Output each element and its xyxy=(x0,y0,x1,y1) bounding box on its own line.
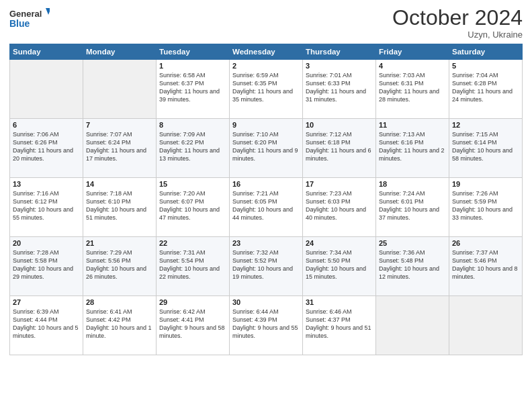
day-number: 7 xyxy=(86,121,153,129)
day-number: 22 xyxy=(159,239,226,247)
day-number: 1 xyxy=(159,62,226,70)
calendar-cell: 27Sunrise: 6:39 AMSunset: 4:44 PMDayligh… xyxy=(10,296,83,355)
day-number: 12 xyxy=(452,121,519,129)
calendar-cell: 16Sunrise: 7:21 AMSunset: 6:05 PMDayligh… xyxy=(230,178,303,237)
calendar-cell xyxy=(10,60,83,119)
calendar-cell: 19Sunrise: 7:26 AMSunset: 5:59 PMDayligh… xyxy=(449,178,523,237)
day-number: 30 xyxy=(232,298,300,306)
day-info: Sunrise: 6:46 AMSunset: 4:37 PMDaylight:… xyxy=(306,308,373,340)
day-info: Sunrise: 7:06 AMSunset: 6:26 PMDaylight:… xyxy=(13,130,80,163)
day-info: Sunrise: 6:59 AMSunset: 6:35 PMDaylight:… xyxy=(232,71,300,104)
calendar-cell: 22Sunrise: 7:31 AMSunset: 5:54 PMDayligh… xyxy=(157,237,230,296)
svg-text:General: General xyxy=(9,9,42,19)
day-number: 24 xyxy=(306,239,373,247)
calendar-cell: 15Sunrise: 7:20 AMSunset: 6:07 PMDayligh… xyxy=(157,178,230,237)
calendar-cell: 13Sunrise: 7:16 AMSunset: 6:12 PMDayligh… xyxy=(10,178,83,237)
day-number: 14 xyxy=(86,180,153,188)
day-info: Sunrise: 7:24 AMSunset: 6:01 PMDaylight:… xyxy=(379,189,446,222)
day-info: Sunrise: 7:10 AMSunset: 6:20 PMDaylight:… xyxy=(232,130,300,163)
calendar-cell: 9Sunrise: 7:10 AMSunset: 6:20 PMDaylight… xyxy=(230,119,303,178)
title-area: October 2024 Uzyn, Ukraine xyxy=(392,7,523,40)
calendar-cell: 7Sunrise: 7:07 AMSunset: 6:24 PMDaylight… xyxy=(83,119,157,178)
col-friday: Friday xyxy=(376,44,449,60)
day-info: Sunrise: 7:26 AMSunset: 5:59 PMDaylight:… xyxy=(452,189,519,222)
day-number: 18 xyxy=(379,180,446,188)
header: General Blue October 2024 Uzyn, Ukraine xyxy=(9,7,523,40)
day-number: 6 xyxy=(13,121,80,129)
calendar-cell: 2Sunrise: 6:59 AMSunset: 6:35 PMDaylight… xyxy=(230,60,303,119)
calendar-week-2: 6Sunrise: 7:06 AMSunset: 6:26 PMDaylight… xyxy=(10,119,523,178)
calendar-cell: 20Sunrise: 7:28 AMSunset: 5:58 PMDayligh… xyxy=(10,237,83,296)
day-info: Sunrise: 7:31 AMSunset: 5:54 PMDaylight:… xyxy=(159,248,226,281)
calendar-cell: 28Sunrise: 6:41 AMSunset: 4:42 PMDayligh… xyxy=(83,296,157,355)
day-info: Sunrise: 7:13 AMSunset: 6:16 PMDaylight:… xyxy=(379,130,446,163)
calendar-cell: 3Sunrise: 7:01 AMSunset: 6:33 PMDaylight… xyxy=(303,60,376,119)
page: General Blue October 2024 Uzyn, Ukraine … xyxy=(0,0,532,411)
day-number: 16 xyxy=(232,180,300,188)
day-number: 31 xyxy=(306,298,373,306)
col-sunday: Sunday xyxy=(10,44,83,60)
day-info: Sunrise: 7:03 AMSunset: 6:31 PMDaylight:… xyxy=(379,71,446,104)
day-number: 29 xyxy=(159,298,226,306)
day-info: Sunrise: 7:37 AMSunset: 5:46 PMDaylight:… xyxy=(452,248,519,281)
calendar-week-1: 1Sunrise: 6:58 AMSunset: 6:37 PMDaylight… xyxy=(10,60,523,119)
calendar-cell: 10Sunrise: 7:12 AMSunset: 6:18 PMDayligh… xyxy=(303,119,376,178)
calendar-week-3: 13Sunrise: 7:16 AMSunset: 6:12 PMDayligh… xyxy=(10,178,523,237)
day-number: 9 xyxy=(232,121,300,129)
day-info: Sunrise: 6:39 AMSunset: 4:44 PMDaylight:… xyxy=(13,308,80,340)
day-number: 28 xyxy=(86,298,153,306)
col-saturday: Saturday xyxy=(449,44,523,60)
day-info: Sunrise: 7:09 AMSunset: 6:22 PMDaylight:… xyxy=(159,130,226,163)
day-number: 25 xyxy=(379,239,446,247)
day-number: 13 xyxy=(13,180,80,188)
calendar-cell: 18Sunrise: 7:24 AMSunset: 6:01 PMDayligh… xyxy=(376,178,449,237)
col-tuesday: Tuesday xyxy=(157,44,230,60)
day-info: Sunrise: 7:12 AMSunset: 6:18 PMDaylight:… xyxy=(306,130,373,163)
day-info: Sunrise: 6:58 AMSunset: 6:37 PMDaylight:… xyxy=(159,71,226,104)
day-info: Sunrise: 7:36 AMSunset: 5:48 PMDaylight:… xyxy=(379,248,446,281)
calendar-cell: 26Sunrise: 7:37 AMSunset: 5:46 PMDayligh… xyxy=(449,237,523,296)
day-info: Sunrise: 7:07 AMSunset: 6:24 PMDaylight:… xyxy=(86,130,153,163)
day-number: 5 xyxy=(452,62,519,70)
calendar-cell: 5Sunrise: 7:04 AMSunset: 6:28 PMDaylight… xyxy=(449,60,523,119)
calendar-cell: 24Sunrise: 7:34 AMSunset: 5:50 PMDayligh… xyxy=(303,237,376,296)
day-number: 17 xyxy=(306,180,373,188)
calendar-cell xyxy=(376,296,449,355)
day-info: Sunrise: 7:34 AMSunset: 5:50 PMDaylight:… xyxy=(306,248,373,281)
day-number: 26 xyxy=(452,239,519,247)
col-thursday: Thursday xyxy=(303,44,376,60)
header-row: Sunday Monday Tuesday Wednesday Thursday… xyxy=(10,44,523,60)
day-info: Sunrise: 7:15 AMSunset: 6:14 PMDaylight:… xyxy=(452,130,519,163)
month-title: October 2024 xyxy=(392,7,523,28)
day-number: 19 xyxy=(452,180,519,188)
day-info: Sunrise: 7:32 AMSunset: 5:52 PMDaylight:… xyxy=(232,248,300,281)
col-wednesday: Wednesday xyxy=(230,44,303,60)
day-info: Sunrise: 6:41 AMSunset: 4:42 PMDaylight:… xyxy=(86,308,153,340)
day-number: 15 xyxy=(159,180,226,188)
day-number: 23 xyxy=(232,239,300,247)
day-number: 27 xyxy=(13,298,80,306)
svg-marker-2 xyxy=(46,8,50,15)
calendar-cell xyxy=(449,296,523,355)
calendar-cell: 6Sunrise: 7:06 AMSunset: 6:26 PMDaylight… xyxy=(10,119,83,178)
day-info: Sunrise: 7:04 AMSunset: 6:28 PMDaylight:… xyxy=(452,71,519,104)
day-info: Sunrise: 7:28 AMSunset: 5:58 PMDaylight:… xyxy=(13,248,80,281)
day-info: Sunrise: 7:16 AMSunset: 6:12 PMDaylight:… xyxy=(13,189,80,222)
day-number: 10 xyxy=(306,121,373,129)
calendar-cell: 12Sunrise: 7:15 AMSunset: 6:14 PMDayligh… xyxy=(449,119,523,178)
day-number: 11 xyxy=(379,121,446,129)
calendar-cell: 25Sunrise: 7:36 AMSunset: 5:48 PMDayligh… xyxy=(376,237,449,296)
day-info: Sunrise: 6:44 AMSunset: 4:39 PMDaylight:… xyxy=(232,308,300,340)
calendar-cell: 31Sunrise: 6:46 AMSunset: 4:37 PMDayligh… xyxy=(303,296,376,355)
calendar-cell: 11Sunrise: 7:13 AMSunset: 6:16 PMDayligh… xyxy=(376,119,449,178)
calendar-cell xyxy=(83,60,157,119)
day-number: 8 xyxy=(159,121,226,129)
day-info: Sunrise: 6:42 AMSunset: 4:41 PMDaylight:… xyxy=(159,308,226,340)
calendar-table: Sunday Monday Tuesday Wednesday Thursday… xyxy=(9,44,523,355)
calendar-cell: 4Sunrise: 7:03 AMSunset: 6:31 PMDaylight… xyxy=(376,60,449,119)
calendar-cell: 8Sunrise: 7:09 AMSunset: 6:22 PMDaylight… xyxy=(157,119,230,178)
calendar-cell: 14Sunrise: 7:18 AMSunset: 6:10 PMDayligh… xyxy=(83,178,157,237)
day-number: 21 xyxy=(86,239,153,247)
col-monday: Monday xyxy=(83,44,157,60)
calendar-cell: 23Sunrise: 7:32 AMSunset: 5:52 PMDayligh… xyxy=(230,237,303,296)
